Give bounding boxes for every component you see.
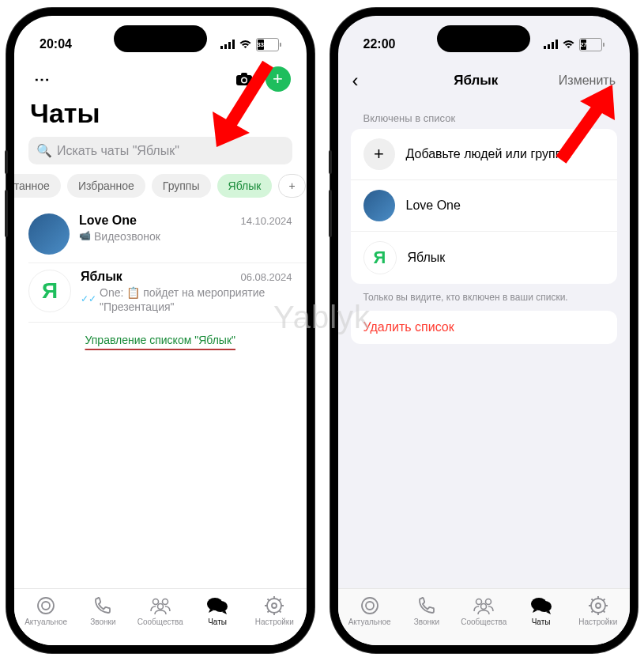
search-input[interactable]: 🔍 Искать чаты "Яблык" [28,137,292,164]
svg-point-11 [162,599,168,605]
tab-label: Звонки [414,618,439,626]
chats-icon [530,595,552,616]
svg-rect-0 [220,46,223,49]
svg-point-10 [153,599,158,605]
chats-icon [206,595,228,616]
svg-point-9 [42,602,50,610]
tab-label: Сообщества [461,618,507,626]
tab-label: Чаты [532,618,551,626]
edit-button[interactable]: Изменить [552,74,616,88]
status-time: 22:00 [363,37,396,51]
chip-add[interactable]: + [278,174,305,198]
svg-point-7 [242,78,246,82]
svg-point-14 [213,601,228,612]
svg-point-28 [591,599,605,613]
settings-icon [588,595,608,616]
row-label: Яблык [408,251,446,265]
settings-icon [264,595,284,616]
phone-frame-left: 20:04 33 ⋯ + Чаты 🔍 Искать чаты "Яблык" … [6,8,314,653]
calls-icon [416,595,437,616]
back-button[interactable]: ‹ [352,70,400,92]
svg-point-29 [596,603,601,608]
communities-icon [472,595,495,616]
member-row[interactable]: Я Яблык [351,232,618,284]
avatar [28,213,70,255]
chip-unread[interactable]: итанное [14,174,61,198]
svg-point-16 [272,603,277,608]
tab-label: Чаты [208,618,227,626]
delete-list-button[interactable]: Удалить список [351,311,618,344]
svg-rect-18 [548,44,550,49]
chat-row[interactable]: Я Яблык 06.08.2024 ✓✓One: 📋 пойдет на ме… [28,263,307,323]
chip-yablyk[interactable]: Яблык [217,174,273,198]
svg-point-22 [366,602,374,610]
manage-list-link[interactable]: Управление списком "Яблык" [14,323,307,357]
camera-button[interactable] [232,67,256,91]
tab-communities[interactable]: Сообщества [456,595,511,626]
tab-settings[interactable]: Настройки [571,595,626,626]
member-row[interactable]: Love One [351,180,618,232]
tab-bar: АктуальноеЗвонкиСообществаЧатыНастройки [338,588,631,645]
signal-icon [220,40,235,49]
svg-point-21 [362,598,378,614]
search-placeholder: Искать чаты "Яблык" [57,144,179,158]
privacy-hint: Только вы видите, кто включен в ваши спи… [338,284,631,311]
updates-icon [360,595,380,616]
phone-frame-right: 22:00 27 ‹ Яблык Изменить Включены в спи… [330,8,638,653]
wifi-icon [562,40,575,49]
updates-icon [36,595,56,616]
chip-favorites[interactable]: Избранное [67,174,145,198]
tab-communities[interactable]: Сообщества [133,595,188,626]
battery-icon: 33 [256,38,281,51]
battery-icon: 27 [579,38,604,51]
page-title: Яблык [454,73,498,89]
svg-point-24 [486,599,491,605]
more-menu-button[interactable]: ⋯ [30,67,54,91]
svg-rect-17 [544,46,546,49]
tab-calls[interactable]: Звонки [399,595,454,626]
tab-bar: АктуальноеЗвонкиСообществаЧатыНастройки [14,588,307,645]
chip-groups[interactable]: Группы [152,174,211,198]
tab-label: Настройки [255,618,294,626]
wifi-icon [239,40,252,49]
avatar: Я [363,241,397,274]
filter-chips: итанное Избранное Группы Яблык + [14,164,307,207]
tab-label: Сообщества [137,618,183,626]
watermark-text: Yablyk [273,300,371,335]
chat-preview: Видеозвонок [94,229,160,244]
row-label: Love One [406,198,461,213]
videocall-icon: 📹 [79,230,91,243]
chat-name: Love One [79,213,137,228]
section-header: Включены в список [338,100,631,129]
tab-settings[interactable]: Настройки [247,595,302,626]
svg-point-15 [267,599,281,613]
plus-icon: + [363,138,395,170]
tab-calls[interactable]: Звонки [75,595,130,626]
row-label: Добавьте людей или группы [406,147,571,161]
svg-rect-3 [232,40,235,49]
chat-row[interactable]: Love One 14.10.2024 📹Видеозвонок [28,207,307,263]
page-title: Чаты [14,92,307,137]
tab-updates[interactable]: Актуальное [18,595,73,626]
tab-label: Звонки [90,618,115,626]
tab-updates[interactable]: Актуальное [342,595,397,626]
chat-date: 06.08.2024 [240,271,292,283]
avatar [363,190,395,221]
tab-chats[interactable]: Чаты [190,595,245,626]
dynamic-island [114,25,207,52]
search-icon: 🔍 [36,143,52,158]
add-people-row[interactable]: + Добавьте людей или группы [351,129,618,180]
svg-rect-5 [241,73,247,77]
svg-rect-2 [228,42,231,49]
svg-point-8 [38,598,54,614]
dynamic-island [437,25,530,52]
svg-rect-19 [552,42,554,49]
svg-point-27 [537,601,552,612]
signal-icon [544,40,558,49]
svg-point-23 [476,599,482,605]
chat-date: 14.10.2024 [240,215,292,227]
svg-point-12 [157,604,163,610]
tab-chats[interactable]: Чаты [514,595,569,626]
tab-label: Актуальное [24,618,67,626]
new-chat-button[interactable]: + [266,66,291,92]
